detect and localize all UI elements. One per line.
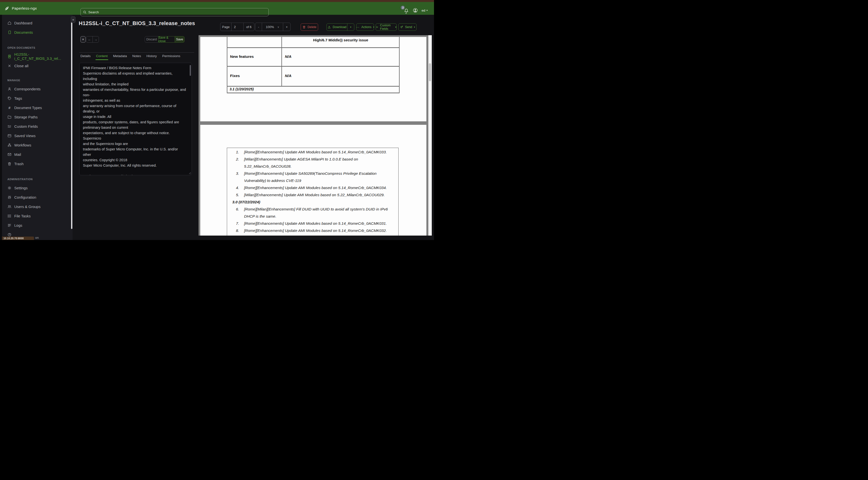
sidebar-item-document-types[interactable]: #Document Types xyxy=(2,103,72,112)
sidebar-item-users-groups[interactable]: Users & Groups xyxy=(2,202,72,211)
tab-history[interactable]: History xyxy=(146,54,157,60)
navbar: Paperless-ngx 3 ▾ ed ▾ xyxy=(0,2,434,15)
tab-metadata[interactable]: Metadata xyxy=(113,54,127,60)
documents-icon xyxy=(7,30,11,34)
sidebar-item-label: H12SSL-i_C_CT_NT_BIOS_3.3_rel... xyxy=(14,52,72,61)
zoom-in-button[interactable]: + xyxy=(283,23,290,31)
sidebar-item-custom-fields[interactable]: Custom Fields xyxy=(2,122,72,131)
actions-button[interactable]: ⋯ Actions ▾ xyxy=(356,23,374,31)
pdf-list-item-number: 4. xyxy=(236,184,244,191)
textarea-resize-handle[interactable] xyxy=(188,172,191,175)
download-icon xyxy=(328,25,331,29)
administration-header: ADMINISTRATION xyxy=(2,176,72,181)
download-button[interactable]: Download xyxy=(327,24,347,31)
download-menu-button[interactable]: ▾ xyxy=(347,24,354,31)
download-split-button: Download ▾ xyxy=(327,23,354,31)
pdf-table-header-fragment: High/6.7 Middle)) security issue xyxy=(282,38,400,42)
save-button[interactable]: Save xyxy=(175,36,185,42)
pdf-list-item-number: 5. xyxy=(236,191,244,199)
tab-notes[interactable]: Notes xyxy=(132,54,141,60)
pdf-table-value: N/A xyxy=(285,73,291,78)
user-menu[interactable]: ed ▾ xyxy=(422,9,428,12)
sidebar-item-label: Document Types xyxy=(14,106,42,110)
page-label: Page xyxy=(220,23,231,31)
pdf-list-item-number: 7. xyxy=(236,220,244,227)
search-input[interactable] xyxy=(88,10,260,14)
document-nav-arrows: ← → xyxy=(86,36,99,42)
pdf-list-item-line: 2.[Milan][Enhancements] Update AGESA Mil… xyxy=(227,156,398,163)
next-document-button[interactable]: → xyxy=(93,36,99,42)
content-textarea[interactable]: IPMI Firmware / BIOS Release Notes Form … xyxy=(79,63,192,175)
pdf-page-1: High/6.7 Middle)) security issue New fea… xyxy=(200,37,426,121)
page-title: H12SSL-i_C_CT_NT_BIOS_3.3_release_notes xyxy=(79,21,195,27)
sidebar-item-logs[interactable]: Logs xyxy=(2,220,72,230)
sidebar-item-label: Configuration xyxy=(14,195,36,200)
pdf-list-item-line: 5.22_MilanCrb_0ACOU028. xyxy=(227,163,398,170)
manage-header: MANAGE xyxy=(2,77,72,82)
previous-document-button[interactable]: ← xyxy=(86,36,93,42)
sidebar-item-mail[interactable]: Mail xyxy=(2,150,72,159)
sidebar-item-file-tasks[interactable]: File Tasks xyxy=(2,211,72,220)
zoom-level-value: 100% xyxy=(266,25,274,29)
close-document-button[interactable]: ✕ xyxy=(81,36,86,42)
app-brand[interactable]: Paperless-ngx xyxy=(4,6,37,11)
custom-fields-icon xyxy=(7,124,11,128)
sidebar-item-saved-views[interactable]: Saved Views xyxy=(2,131,72,140)
sidebar-item-close-all[interactable]: Close all xyxy=(2,61,72,70)
page-number-input[interactable] xyxy=(231,25,243,29)
send-button[interactable]: Send ▾ xyxy=(398,23,416,31)
sidebar-item-correspondents[interactable]: Correspondents xyxy=(2,84,72,93)
pdf-table-label: New features xyxy=(230,54,254,59)
pdf-list-item-line: 3.[Rome][Enhancements] Update SA50289(Ti… xyxy=(227,170,398,177)
discard-button[interactable]: Discard xyxy=(145,36,158,42)
trash-icon xyxy=(302,25,306,29)
sidebar: DashboardDocuments OPEN DOCUMENTS H12SSL… xyxy=(2,15,72,240)
pdf-list-item-line: 9.[Rome][Milan][Enhancements] For UsbBus… xyxy=(227,234,398,236)
sidebar-item-storage-paths[interactable]: Storage Paths xyxy=(2,112,72,122)
download-label: Download xyxy=(333,25,346,29)
custom-fields-button[interactable]: Custom Fields ▾ xyxy=(376,23,397,31)
person-icon xyxy=(7,87,11,91)
sidebar-item-settings[interactable]: Settings xyxy=(2,183,72,192)
pdf-scrollbar-thumb[interactable] xyxy=(429,63,431,81)
username: ed xyxy=(422,9,425,12)
sidebar-collapse-button[interactable]: « xyxy=(71,16,75,23)
sidebar-item-tags[interactable]: Tags xyxy=(2,93,72,103)
sidebar-item-configuration[interactable]: Configuration xyxy=(2,192,72,202)
sidebar-item-documents[interactable]: Documents xyxy=(2,28,72,37)
collapse-icon: « xyxy=(72,18,74,22)
sidebar-item-trash[interactable]: Trash xyxy=(2,159,72,168)
sidebar-item-h12ssl-i-c-ct-nt-bios-3-3-rel[interactable]: H12SSL-i_C_CT_NT_BIOS_3.3_rel... xyxy=(2,52,72,61)
pdf-list-item-number: 2. xyxy=(236,156,244,163)
document-toolbar: Delete Download ▾ ⋯ Actions ▾ Custom Fie… xyxy=(301,23,416,31)
custom-fields-label: Custom Fields xyxy=(380,24,394,31)
chevron-down-icon: ▾ xyxy=(426,9,428,11)
folder-icon xyxy=(7,115,11,119)
arrow-right-icon: → xyxy=(94,38,97,41)
administration-list: SettingsConfigurationUsers & GroupsFile … xyxy=(2,183,72,230)
sidebar-item-label: Settings xyxy=(14,186,28,190)
arrow-left-icon: ← xyxy=(88,38,91,41)
sidebar-item-workflows[interactable]: Workflows xyxy=(2,140,72,150)
pdf-table-version-row: 3.1 (1/20/2025) xyxy=(229,87,254,91)
save-and-close-button[interactable]: Save & close xyxy=(158,36,175,42)
sidebar-item-dashboard[interactable]: Dashboard xyxy=(2,18,72,28)
search-bar[interactable] xyxy=(81,8,269,16)
tab-permissions[interactable]: Permissions xyxy=(162,54,180,60)
sidebar-scrollbar[interactable] xyxy=(71,19,72,229)
pdf-list-item-line: 7.[Rome][Enhancements] Update AMI Module… xyxy=(227,220,398,227)
tab-content[interactable]: Content xyxy=(96,54,107,60)
pdf-table-label: Fixes xyxy=(230,73,240,78)
textarea-scrollbar[interactable] xyxy=(190,65,191,76)
pdf-list-item-line: 8.[Rome][Enhancements] Update AMI Module… xyxy=(227,227,398,234)
pdf-list-heading: 3.0 (07/22/2024) xyxy=(227,199,398,206)
delete-button[interactable]: Delete xyxy=(301,23,318,31)
window-top-strip xyxy=(0,0,434,2)
zoom-out-button[interactable]: - xyxy=(255,23,262,31)
chevron-down-icon: ∨ xyxy=(277,26,279,28)
zoom-level-select[interactable]: 100% ∨ xyxy=(262,23,283,31)
users-icon xyxy=(7,205,11,209)
notifications-button[interactable]: 3 ▾ xyxy=(403,7,409,13)
documentation-label-fragment: on xyxy=(35,236,39,240)
tab-details[interactable]: Details xyxy=(81,54,91,60)
